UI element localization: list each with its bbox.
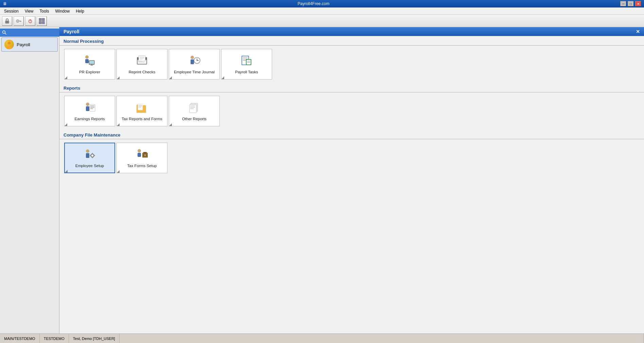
employee-setup-icon — [83, 148, 96, 161]
svg-rect-81 — [144, 155, 146, 156]
svg-point-17 — [8, 42, 11, 44]
menu-bar: Session View Tools Window Help — [0, 7, 644, 15]
content-area: Normal Processing — [59, 36, 644, 333]
normal-processing-header: Normal Processing — [59, 36, 644, 46]
svg-point-3 — [17, 20, 18, 21]
menu-view[interactable]: View — [22, 8, 36, 14]
svg-rect-42 — [243, 57, 248, 58]
content-wrapper: Payroll ✕ Normal Processing — [59, 27, 644, 333]
tile-payroll-tasks[interactable]: Payroll Tasks — [221, 49, 272, 79]
sidebar-item-payroll[interactable]: Payroll — [1, 37, 58, 52]
tax-forms-setup-icon — [135, 148, 149, 161]
tile-pr-explorer[interactable]: PR Explorer — [64, 49, 115, 79]
panel-close-icon[interactable]: ✕ — [636, 29, 640, 34]
company-file-maintenance-header: Company File Maintenance — [59, 130, 644, 139]
svg-rect-61 — [139, 107, 141, 108]
svg-rect-60 — [139, 106, 142, 107]
normal-processing-tiles: PR Explorer — [59, 46, 644, 83]
tax-reports-forms-icon — [135, 101, 149, 114]
sidebar-item-payroll-label: Payroll — [17, 42, 30, 47]
menu-session[interactable]: Session — [1, 8, 21, 14]
svg-rect-47 — [247, 61, 250, 61]
toolbar-power-button[interactable] — [25, 16, 35, 26]
svg-point-39 — [197, 60, 197, 61]
svg-point-49 — [86, 103, 89, 106]
svg-rect-21 — [89, 61, 94, 64]
svg-rect-79 — [143, 152, 147, 154]
svg-point-13 — [3, 31, 5, 34]
toolbar-key-button[interactable] — [14, 16, 24, 26]
reprint-checks-icon — [135, 54, 149, 68]
svg-rect-77 — [138, 153, 141, 157]
svg-point-18 — [85, 55, 89, 59]
svg-rect-22 — [91, 65, 92, 65]
menu-tools[interactable]: Tools — [37, 8, 52, 14]
menu-window[interactable]: Window — [53, 8, 73, 14]
main-container: Payroll Payroll ✕ Normal Processing — [0, 27, 644, 333]
svg-rect-59 — [139, 105, 142, 106]
svg-rect-11 — [39, 21, 41, 24]
svg-rect-65 — [190, 106, 195, 106]
earnings-reports-icon — [83, 101, 96, 114]
status-extra — [120, 334, 644, 343]
svg-rect-35 — [191, 59, 194, 64]
svg-rect-30 — [139, 56, 145, 61]
panel-header: Payroll ✕ — [59, 27, 644, 36]
tile-other-reports[interactable]: Other Reports — [169, 96, 220, 126]
svg-rect-67 — [190, 108, 194, 109]
reports-header: Reports — [59, 83, 644, 92]
svg-rect-66 — [190, 107, 195, 108]
svg-rect-44 — [243, 60, 246, 61]
toolbar-lock-button[interactable] — [2, 16, 12, 26]
status-left: MAIN/TESTDEMO — [0, 334, 40, 343]
tile-pr-explorer-label: PR Explorer — [79, 70, 100, 75]
title-bar: 🖥 Payroll4Free.com ─ □ ✕ — [0, 0, 644, 7]
close-button[interactable]: ✕ — [635, 1, 641, 6]
svg-rect-72 — [92, 153, 93, 154]
payroll-tasks-icon — [240, 54, 253, 68]
window-controls: ─ □ ✕ — [620, 1, 641, 6]
tile-tax-forms-setup-label: Tax Forms Setup — [127, 163, 157, 168]
tile-tax-reports-forms-label: Tax Reports and Forms — [122, 116, 162, 122]
status-right: Test, Demo [TDH_USER] — [69, 334, 120, 343]
minimize-button[interactable]: ─ — [620, 1, 626, 6]
tile-reprint-checks-label: Reprint Checks — [129, 70, 156, 75]
tile-employee-time-journal-label: Employee Time Journal — [174, 70, 215, 75]
svg-rect-48 — [247, 62, 250, 63]
menu-help[interactable]: Help — [73, 8, 87, 14]
svg-point-34 — [191, 56, 194, 59]
tile-other-reports-label: Other Reports — [182, 116, 207, 122]
svg-point-68 — [86, 149, 89, 153]
tile-earnings-reports-label: Earnings Reports — [75, 116, 105, 122]
tile-reprint-checks[interactable]: Reprint Checks — [117, 49, 167, 79]
svg-rect-12 — [42, 21, 44, 24]
tile-employee-time-journal[interactable]: Employee Time Journal — [169, 49, 220, 79]
svg-rect-50 — [86, 106, 89, 111]
status-bar: MAIN/TESTDEMO TESTDEMO Test, Demo [TDH_U… — [0, 333, 644, 343]
svg-rect-54 — [90, 108, 93, 109]
svg-point-76 — [138, 149, 141, 152]
tile-earnings-reports[interactable]: Earnings Reports — [64, 96, 115, 126]
svg-point-16 — [6, 46, 12, 49]
svg-rect-75 — [94, 155, 95, 156]
sidebar-search[interactable] — [0, 29, 59, 37]
status-center: TESTDEMO — [40, 334, 69, 343]
tile-tax-forms-setup[interactable]: Tax Forms Setup — [117, 143, 167, 173]
svg-point-71 — [91, 155, 93, 157]
tile-tax-reports-forms[interactable]: Tax Reports and Forms — [117, 96, 167, 126]
svg-line-14 — [5, 33, 6, 35]
svg-rect-23 — [90, 65, 93, 66]
svg-rect-10 — [42, 18, 44, 21]
svg-rect-52 — [90, 106, 94, 106]
svg-rect-69 — [86, 153, 89, 158]
svg-rect-29 — [138, 62, 144, 62]
svg-rect-53 — [90, 107, 94, 108]
avatar — [4, 40, 14, 49]
maximize-button[interactable]: □ — [628, 1, 634, 6]
window-title: Payroll4Free.com — [7, 1, 620, 6]
toolbar — [0, 15, 644, 27]
other-reports-icon — [187, 101, 201, 114]
tile-employee-setup[interactable]: Employee Setup — [64, 143, 115, 173]
toolbar-grid-button[interactable] — [37, 16, 47, 26]
pr-explorer-icon — [83, 54, 96, 68]
